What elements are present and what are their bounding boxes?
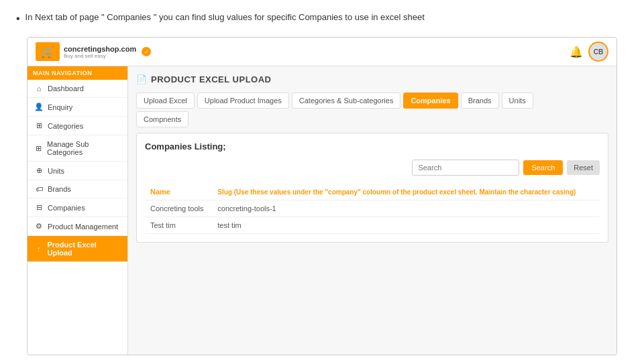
table-cell-name-1: Test tim [145,217,212,234]
content-box: Companies Listing; Search Reset Name Slu… [136,133,608,243]
page-title: PRODUCT EXCEL UPLOAD [151,74,272,84]
enquiry-icon: 👤 [34,103,44,111]
sidebar-label-product-management: Product Management [48,223,118,231]
units-icon: ⊕ [34,166,44,175]
tab-units[interactable]: Units [502,93,533,109]
sidebar-item-units[interactable]: ⊕ Units [28,162,127,180]
home-icon: ⌂ [34,84,44,93]
companies-icon: ⊟ [34,203,44,212]
bullet-text: • In Next tab of page " Companies " you … [16,12,628,25]
search-button[interactable]: Search [523,160,563,175]
companies-table: Name Slug (Use these values under the "c… [145,184,600,234]
browser-mockup: 🛒 concretingshop.com Buy and sell easy ✓… [27,37,617,355]
sidebar-label-dashboard: Dashboard [48,84,84,93]
sub-categories-icon: ⊞ [34,144,43,153]
bell-icon[interactable]: 🔔 [570,46,583,58]
excel-upload-icon: ↑ [34,245,43,253]
page-title-icon: 📄 [136,74,147,84]
tab-compnents[interactable]: Compnents [136,111,189,127]
tab-categories-sub-categories[interactable]: Categories & Sub-categories [292,93,401,109]
user-avatar[interactable]: CB [588,42,608,62]
sidebar-item-dashboard[interactable]: ⌂ Dashboard [28,80,127,98]
logo-site-name: concretingshop.com [64,45,136,53]
bullet-content: In Next tab of page " Companies " you ca… [25,12,425,22]
reset-button[interactable]: Reset [567,160,600,175]
table-header-name: Name [145,184,212,200]
logo-text-block: concretingshop.com Buy and sell easy [64,45,136,59]
sidebar-label-units: Units [48,167,64,175]
sidebar-label-sub-categories: Manage Sub Categories [47,140,121,156]
sidebar-item-enquiry[interactable]: 👤 Enquiry [28,98,127,117]
table-header-row: Name Slug (Use these values under the "c… [145,184,600,200]
sidebar-section-header: MAIN NAVIGATION [28,66,127,80]
sidebar-item-companies[interactable]: ⊟ Companies [28,198,127,217]
logo-cart-icon: 🛒 [36,42,60,61]
table-cell-slug-0: concreting-tools-1 [212,200,600,217]
search-row: Search Reset [145,160,600,176]
page-title-bar: 📄 PRODUCT EXCEL UPLOAD [136,74,608,84]
header-icons: 🔔 CB [570,42,608,62]
categories-icon: ⊞ [34,121,44,130]
brands-icon: 🏷 [34,185,44,193]
tabs-row-2: Compnents [136,111,608,127]
tab-companies[interactable]: Companies [403,93,458,109]
logo-tagline: Buy and sell easy [64,53,136,59]
sidebar-item-brands[interactable]: 🏷 Brands [28,180,127,198]
tab-brands[interactable]: Brands [461,93,499,109]
listing-title: Companies Listing; [145,141,600,152]
table-cell-slug-1: test tim [212,217,600,234]
sidebar-label-product-excel-upload: Product Excel Upload [47,241,121,257]
sidebar-label-brands: Brands [48,185,71,193]
bullet-dot: • [16,12,20,25]
search-input[interactable] [412,160,519,176]
logo-area: 🛒 concretingshop.com Buy and sell easy ✓ [36,42,151,61]
slide: • In Next tab of page " Companies " you … [0,0,644,362]
table-row: Concreting tools concreting-tools-1 [145,200,600,217]
sidebar: MAIN NAVIGATION ⌂ Dashboard 👤 Enquiry ⊞ … [28,66,128,355]
sidebar-item-categories[interactable]: ⊞ Categories [28,117,127,135]
main-content: 📄 PRODUCT EXCEL UPLOAD Upload Excel Uplo… [128,66,616,355]
table-cell-name-0: Concreting tools [145,200,212,217]
sidebar-item-product-management[interactable]: ⚙ Product Management [28,217,127,236]
sidebar-label-companies: Companies [48,204,85,212]
tab-upload-excel[interactable]: Upload Excel [136,93,195,109]
app-header: 🛒 concretingshop.com Buy and sell easy ✓… [28,38,616,66]
sidebar-label-categories: Categories [48,122,83,130]
table-row: Test tim test tim [145,217,600,234]
sidebar-item-manage-sub-categories[interactable]: ⊞ Manage Sub Categories [28,135,127,162]
sidebar-item-product-excel-upload[interactable]: ↑ Product Excel Upload [28,236,127,262]
sidebar-label-enquiry: Enquiry [48,103,72,111]
logo-badge: ✓ [142,47,151,56]
app-layout: MAIN NAVIGATION ⌂ Dashboard 👤 Enquiry ⊞ … [28,66,616,355]
table-header-slug: Slug (Use these values under the "compan… [212,184,600,200]
tabs-row-1: Upload Excel Upload Product Images Categ… [136,93,608,109]
product-management-icon: ⚙ [34,222,44,231]
table-body: Concreting tools concreting-tools-1 Test… [145,200,600,234]
tab-upload-product-images[interactable]: Upload Product Images [197,93,289,109]
